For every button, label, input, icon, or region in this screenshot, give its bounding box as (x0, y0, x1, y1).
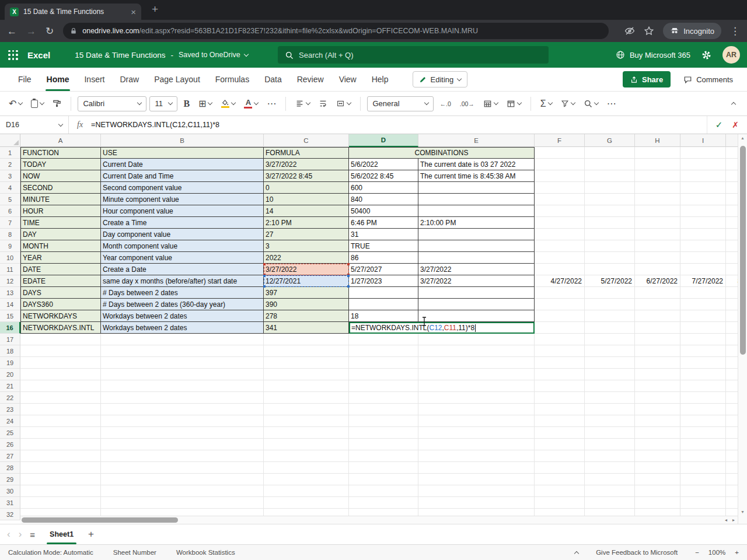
cell-B4[interactable]: Second component value (101, 182, 264, 194)
cell-A1[interactable]: FUNCTION (20, 147, 101, 159)
cell-C20[interactable] (264, 369, 349, 380)
row-header-14[interactable]: 14 (0, 299, 20, 310)
cell-A23[interactable] (20, 404, 101, 415)
increase-decimal-button[interactable]: ←.0 (437, 95, 453, 113)
cell-C12[interactable]: 12/27/2021 (264, 275, 349, 287)
cell-E26[interactable] (418, 439, 535, 450)
tab-close-icon[interactable]: × (131, 7, 136, 17)
row-header-22[interactable]: 22 (0, 392, 20, 404)
cell-G26[interactable] (585, 439, 635, 450)
cell-C22[interactable] (264, 392, 349, 404)
feedback-link[interactable]: Give Feedback to Microsoft (596, 549, 678, 556)
row-header-3[interactable]: 3 (0, 170, 20, 182)
cell-I21[interactable] (680, 380, 726, 392)
cell-C26[interactable] (264, 439, 349, 450)
cell-F30[interactable] (535, 485, 585, 497)
cell-B21[interactable] (101, 380, 264, 392)
cell-E29[interactable] (418, 474, 535, 485)
cell-F6[interactable] (535, 205, 585, 217)
cell-F1[interactable] (535, 147, 585, 159)
cell-E3[interactable]: The current time is 8:45:38 AM (418, 170, 535, 182)
cell-H26[interactable] (635, 439, 680, 450)
cell-C31[interactable] (264, 497, 349, 509)
row-header-18[interactable]: 18 (0, 345, 20, 357)
fill-color-button[interactable] (218, 95, 238, 113)
cell-A9[interactable]: MONTH (20, 240, 101, 252)
cell-G12[interactable]: 5/27/2022 (585, 275, 635, 287)
cell-H1[interactable] (635, 147, 680, 159)
menu-tab-formulas[interactable]: Formulas (208, 68, 257, 91)
row-header-11[interactable]: 11 (0, 264, 20, 275)
cell-G1[interactable] (585, 147, 635, 159)
cell-F7[interactable] (535, 217, 585, 229)
cell-D5[interactable]: 840 (349, 194, 418, 205)
cell-C14[interactable]: 390 (264, 299, 349, 310)
row-header-29[interactable]: 29 (0, 474, 20, 485)
cell-G7[interactable] (585, 217, 635, 229)
cell-G30[interactable] (585, 485, 635, 497)
cell-D20[interactable] (349, 369, 418, 380)
cell-H25[interactable] (635, 427, 680, 439)
cell-G10[interactable] (585, 252, 635, 264)
cell-F11[interactable] (535, 264, 585, 275)
cell-I22[interactable] (680, 392, 726, 404)
cell-A30[interactable] (20, 485, 101, 497)
wrap-text-button[interactable] (316, 95, 330, 113)
cell-H4[interactable] (635, 182, 680, 194)
cell-A10[interactable]: YEAR (20, 252, 101, 264)
cell-G25[interactable] (585, 427, 635, 439)
cell-A27[interactable] (20, 450, 101, 462)
eye-slash-icon[interactable] (624, 26, 635, 36)
cell-G18[interactable] (585, 345, 635, 357)
cell-I23[interactable] (680, 404, 726, 415)
zoom-out-button[interactable]: − (695, 549, 699, 556)
cell-H21[interactable] (635, 380, 680, 392)
cell-B15[interactable]: Workdays between 2 dates (101, 310, 264, 322)
cell-C21[interactable] (264, 380, 349, 392)
cell-I25[interactable] (680, 427, 726, 439)
row-header-6[interactable]: 6 (0, 205, 20, 217)
row-header-32[interactable]: 32 (0, 509, 20, 520)
cell-C1[interactable]: FORMULA (264, 147, 349, 159)
row-header-15[interactable]: 15 (0, 310, 20, 322)
cell-D2[interactable]: 5/6/2022 (349, 159, 418, 170)
cell-B9[interactable]: Month component value (101, 240, 264, 252)
column-header-C[interactable]: C (264, 134, 349, 147)
cell-F28[interactable] (535, 462, 585, 474)
cell-F21[interactable] (535, 380, 585, 392)
cell-C18[interactable] (264, 345, 349, 357)
cell-F3[interactable] (535, 170, 585, 182)
cell-F14[interactable] (535, 299, 585, 310)
row-header-16[interactable]: 16 (0, 322, 20, 334)
cell-I14[interactable] (680, 299, 726, 310)
cell-H7[interactable] (635, 217, 680, 229)
cell-C5[interactable]: 10 (264, 194, 349, 205)
row-header-1[interactable]: 1 (0, 147, 20, 159)
cell-F8[interactable] (535, 229, 585, 240)
cell-A25[interactable] (20, 427, 101, 439)
cell-B20[interactable] (101, 369, 264, 380)
cell-H8[interactable] (635, 229, 680, 240)
cell-B27[interactable] (101, 450, 264, 462)
cell-F24[interactable] (535, 415, 585, 427)
cell-F4[interactable] (535, 182, 585, 194)
collapse-ribbon-icon[interactable] (731, 102, 736, 107)
cell-A19[interactable] (20, 357, 101, 369)
vertical-scroll-thumb[interactable] (740, 146, 746, 355)
cell-A7[interactable]: TIME (20, 217, 101, 229)
workbook-statistics[interactable]: Workbook Statistics (176, 549, 235, 556)
cell-I24[interactable] (680, 415, 726, 427)
cell-D28[interactable] (349, 462, 418, 474)
row-header-31[interactable]: 31 (0, 497, 20, 509)
cell-A14[interactable]: DAYS360 (20, 299, 101, 310)
bookmark-star-icon[interactable] (644, 26, 654, 36)
cell-F27[interactable] (535, 450, 585, 462)
browser-tab[interactable]: X 15 Date & Time Functions × (5, 4, 141, 20)
cell-G16[interactable] (585, 322, 635, 334)
cell-F9[interactable] (535, 240, 585, 252)
row-header-9[interactable]: 9 (0, 240, 20, 252)
cell-E25[interactable] (418, 427, 535, 439)
zoom-in-button[interactable]: + (735, 549, 739, 556)
cell-F16[interactable] (535, 322, 585, 334)
horizontal-scrollbar[interactable]: ◂ ▸ (20, 516, 738, 524)
